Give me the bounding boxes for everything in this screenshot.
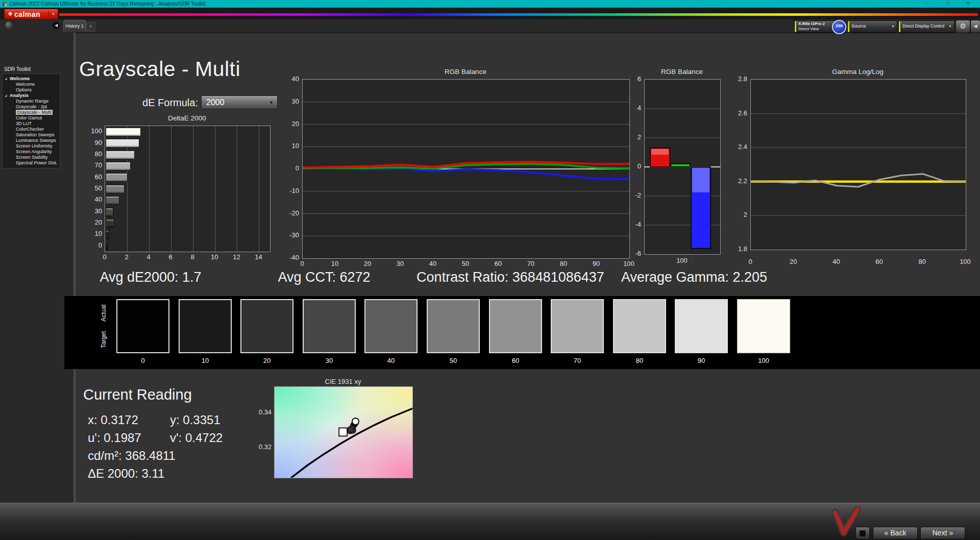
gamma-y-tick: 2.4 [727,143,747,151]
tree-item-label: Screen Uniformity [16,143,53,149]
sidebar-item-3d-lut[interactable]: 3D LUT [3,121,60,127]
deltae-bar-100 [106,128,141,136]
deltae-bar-80 [106,151,135,159]
rgb-bar-y-tick: -4 [626,220,641,228]
sidebar-title: SDR Toolkit [4,66,31,72]
rgb-balance-bar-plot [644,79,721,255]
rgb-bar-y-tick: 0 [626,162,641,170]
de-formula-select[interactable]: 2000 ▼ [201,95,278,109]
tree-group-analysis[interactable]: ◢Analysis [3,93,60,99]
rgb-bar-y-tick: 6 [626,75,641,83]
cie-current-point [352,418,359,425]
grayscale-swatch-label: 80 [612,357,667,364]
grayscale-swatch-20 [240,299,293,353]
grayscale-swatch-label: 70 [550,357,605,364]
grayscale-swatch-label: 20 [239,357,295,364]
sidebar-item-welcome[interactable]: Welcome [3,82,60,87]
tree-item-label: Grayscale - Multi [16,110,53,115]
sidebar-item-colorchecker[interactable]: ColorChecker [3,127,60,132]
gamma-series-measured-gamma [751,174,966,187]
tab-history-1[interactable]: History 1 [63,20,86,32]
rgb-line-x-tick: 30 [390,260,410,267]
sidebar-item-luminance-sweeps[interactable]: Luminance Sweeps [3,138,60,143]
deltae-gridline [193,126,193,252]
close-button-icon[interactable]: ✕ [963,0,974,8]
maximize-button-icon[interactable]: □ [942,0,953,8]
meter-count-badge[interactable]: 238 [832,20,846,34]
deltae-gridline [237,126,237,252]
rgb-bar-y-tick: -6 [626,250,641,257]
sidebar-item-screen-angularity[interactable]: Screen Angularity [3,149,60,155]
sidebar-splitter[interactable] [74,33,76,503]
sidebar-item-color-gamut[interactable]: Color Gamut [3,115,60,121]
tree-item-label: Saturation Sweeps [16,132,55,137]
source-status-stripe [848,21,849,32]
de-formula-label: dE Formula: [121,97,198,109]
deltae-x-tick: 0 [97,253,112,261]
deltae-bar-40 [106,196,119,205]
minimize-button-icon[interactable]: – [922,0,933,8]
sidebar-item-dynamic-range[interactable]: Dynamic Range [3,99,60,104]
deltae-bar-0 [106,242,108,251]
swatch-row-label-target: Target [100,326,108,353]
grayscale-swatch-90 [675,299,728,353]
reading-u-prime: u': 0.1987 [88,431,141,445]
app-icon [2,2,7,7]
deltae-bar-50 [106,185,125,193]
tree-group-welcome[interactable]: ◢Welcome [3,76,60,82]
page-title: Grayscale - Multi [79,57,240,81]
deltae-chart-plot [105,126,271,252]
deltae-y-tick: 90 [82,139,102,146]
source-dropdown[interactable]: Source ▼ [847,20,897,33]
deltae-x-tick: 12 [229,253,244,261]
sidebar-item-options[interactable]: Options [3,87,60,93]
panel-collapse-icon[interactable]: ◀ [970,20,980,33]
sidebar-item-grayscale-2pt[interactable]: Grayscale - 2pt [3,104,60,110]
deltae-y-tick: 40 [82,195,102,203]
deltae-gridline [215,126,215,252]
gamma-chart-plot [750,79,966,250]
deltae-y-tick: 60 [82,173,102,181]
add-tab-button[interactable]: + [86,22,95,32]
display-control-dropdown[interactable]: Direct Display Control ▼ [898,20,954,33]
stat-avg-cct: Avg CCT: 6272 [253,269,396,285]
logo-bar: ❖ calman ▼ [0,8,980,19]
de-formula-dropdown-icon: ▼ [269,100,274,105]
tree-expander-icon[interactable]: ◢ [5,93,7,99]
rgb-line-x-tick: 40 [423,260,443,267]
rgb-line-x-tick: 100 [619,260,639,267]
sidebar-item-saturation-sweeps[interactable]: Saturation Sweeps [3,132,60,138]
swatch-row-label-actual: Actual [100,300,108,326]
rgb-balance-line-plot [302,79,630,259]
reading-de2000: ΔE 2000: 3.11 [88,467,164,481]
sidebar-item-screen-uniformity[interactable]: Screen Uniformity [3,143,60,149]
rgb-line-x-tick: 60 [488,260,508,267]
deltae-gridline [171,126,172,252]
sidebar-item-grayscale-multi[interactable]: Grayscale - Multi [3,110,60,115]
rgb-balance-bar-title: RGB Balance [639,68,725,76]
deltae-y-tick: 20 [82,218,102,226]
deltae-gridline [149,126,150,252]
rgb-line-y-tick: 0 [279,164,299,172]
sidebar-item-screen-stability[interactable]: Screen Stability [3,155,60,160]
cie-y-tick: 0.32 [251,443,272,451]
tree-group-label: Welcome [10,76,30,81]
grayscale-swatch-60 [489,299,542,353]
deltae-bar-30 [106,208,113,216]
tree-item-label: Spectral Power Dist. [16,160,58,165]
display-control-label: Direct Display Control [902,23,944,29]
workspace-radio-button[interactable] [5,21,12,29]
notebookcheck-watermark [830,506,979,539]
tree-item-label: Options [16,87,32,92]
sidebar-item-spectral-power-dist[interactable]: Spectral Power Dist. [3,160,60,166]
sidebar-collapse-icon[interactable]: ◀ [53,22,60,29]
rgb-bar-y-tick: 2 [626,133,641,141]
settings-gear-icon[interactable]: ⚙ [955,20,970,33]
toolbar: ◀ History 1 + X-Rite i1Pro 2 Direct View… [0,19,980,33]
tree-expander-icon[interactable]: ◢ [5,76,7,82]
calman-menu-button[interactable]: ❖ calman ▼ [4,9,58,19]
tree-item-label: Luminance Sweeps [16,138,56,143]
rgb-line-y-tick: -20 [279,209,299,217]
planckian-locus-curve [291,409,412,478]
meter-status-stripe [795,21,796,32]
